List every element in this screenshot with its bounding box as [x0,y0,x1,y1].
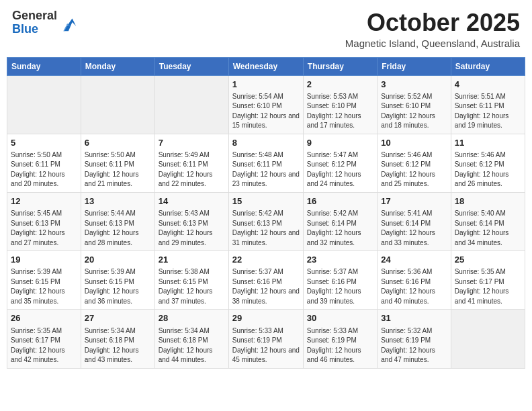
calendar-cell: 4Sunrise: 5:51 AM Sunset: 6:11 PM Daylig… [451,75,525,134]
calendar-cell: 6Sunrise: 5:50 AM Sunset: 6:11 PM Daylig… [81,134,154,192]
cell-text: Sunrise: 5:33 AM Sunset: 6:19 PM Dayligh… [232,326,300,365]
cell-text: Sunrise: 5:52 AM Sunset: 6:10 PM Dayligh… [381,92,447,131]
day-number: 18 [455,195,521,208]
calendar-cell: 27Sunrise: 5:34 AM Sunset: 6:18 PM Dayli… [81,310,154,368]
logo-general: General [12,9,57,22]
day-number: 3 [381,79,447,91]
cell-text: Sunrise: 5:46 AM Sunset: 6:12 PM Dayligh… [381,150,447,189]
cell-text: Sunrise: 5:34 AM Sunset: 6:18 PM Dayligh… [159,326,225,365]
cell-text: Sunrise: 5:47 AM Sunset: 6:12 PM Dayligh… [307,150,373,189]
calendar-cell: 12Sunrise: 5:45 AM Sunset: 6:13 PM Dayli… [7,192,81,250]
calendar-cell: 21Sunrise: 5:38 AM Sunset: 6:15 PM Dayli… [154,251,228,310]
cell-text: Sunrise: 5:38 AM Sunset: 6:15 PM Dayligh… [159,267,225,306]
day-number: 26 [11,312,77,324]
calendar-week-4: 19Sunrise: 5:39 AM Sunset: 6:15 PM Dayli… [7,251,525,310]
day-number: 6 [85,137,151,149]
calendar-cell: 10Sunrise: 5:46 AM Sunset: 6:12 PM Dayli… [378,134,451,192]
day-number: 28 [159,312,225,324]
col-header-sunday: Sunday [7,57,81,75]
day-number: 27 [85,312,151,324]
title-block: October 2025 Magnetic Island, Queensland… [345,9,520,49]
calendar-cell [154,75,228,134]
day-number: 4 [455,79,521,91]
day-number: 10 [381,137,447,149]
day-number: 30 [307,312,373,324]
day-number: 9 [307,137,373,149]
logo: General Blue [12,9,77,36]
cell-text: Sunrise: 5:37 AM Sunset: 6:16 PM Dayligh… [307,267,373,306]
col-header-thursday: Thursday [303,57,377,75]
calendar-cell: 20Sunrise: 5:39 AM Sunset: 6:15 PM Dayli… [81,251,154,310]
calendar-cell: 30Sunrise: 5:33 AM Sunset: 6:19 PM Dayli… [303,310,377,368]
cell-text: Sunrise: 5:42 AM Sunset: 6:14 PM Dayligh… [307,209,373,248]
calendar-cell: 3Sunrise: 5:52 AM Sunset: 6:10 PM Daylig… [378,75,451,134]
cell-text: Sunrise: 5:36 AM Sunset: 6:16 PM Dayligh… [381,267,447,306]
calendar-cell: 9Sunrise: 5:47 AM Sunset: 6:12 PM Daylig… [303,134,377,192]
calendar-week-5: 26Sunrise: 5:35 AM Sunset: 6:17 PM Dayli… [7,310,525,368]
calendar-cell: 5Sunrise: 5:50 AM Sunset: 6:11 PM Daylig… [7,134,81,192]
cell-text: Sunrise: 5:32 AM Sunset: 6:19 PM Dayligh… [381,326,447,365]
calendar-cell [451,310,525,368]
cell-text: Sunrise: 5:50 AM Sunset: 6:11 PM Dayligh… [11,150,77,189]
calendar-cell: 28Sunrise: 5:34 AM Sunset: 6:18 PM Dayli… [154,310,228,368]
day-number: 13 [85,195,151,208]
logo-blue: Blue [12,22,38,36]
cell-text: Sunrise: 5:53 AM Sunset: 6:10 PM Dayligh… [307,92,373,131]
day-number: 14 [159,195,225,208]
cell-text: Sunrise: 5:35 AM Sunset: 6:17 PM Dayligh… [455,267,521,306]
day-number: 12 [11,195,77,208]
day-number: 8 [232,137,300,149]
day-number: 11 [455,137,521,149]
calendar-cell: 29Sunrise: 5:33 AM Sunset: 6:19 PM Dayli… [228,310,303,368]
day-number: 15 [232,195,300,208]
cell-text: Sunrise: 5:45 AM Sunset: 6:13 PM Dayligh… [11,209,77,248]
cell-text: Sunrise: 5:39 AM Sunset: 6:15 PM Dayligh… [11,267,77,306]
cell-text: Sunrise: 5:35 AM Sunset: 6:17 PM Dayligh… [11,326,77,365]
calendar-week-1: 1Sunrise: 5:54 AM Sunset: 6:10 PM Daylig… [7,75,525,134]
cell-text: Sunrise: 5:44 AM Sunset: 6:13 PM Dayligh… [85,209,151,248]
day-number: 31 [381,312,447,324]
month-title: October 2025 [345,9,520,36]
calendar-cell: 26Sunrise: 5:35 AM Sunset: 6:17 PM Dayli… [7,310,81,368]
cell-text: Sunrise: 5:41 AM Sunset: 6:14 PM Dayligh… [381,209,447,248]
location-subtitle: Magnetic Island, Queensland, Australia [345,38,520,49]
calendar-table: SundayMondayTuesdayWednesdayThursdayFrid… [7,57,525,369]
cell-text: Sunrise: 5:40 AM Sunset: 6:14 PM Dayligh… [455,209,521,248]
page-header: General Blue October 2025 Magnetic Islan… [7,7,525,52]
calendar-cell: 1Sunrise: 5:54 AM Sunset: 6:10 PM Daylig… [228,75,303,134]
day-number: 2 [307,79,373,91]
calendar-cell: 2Sunrise: 5:53 AM Sunset: 6:10 PM Daylig… [303,75,377,134]
calendar-cell: 24Sunrise: 5:36 AM Sunset: 6:16 PM Dayli… [378,251,451,310]
calendar-cell: 14Sunrise: 5:43 AM Sunset: 6:13 PM Dayli… [154,192,228,250]
calendar-cell: 23Sunrise: 5:37 AM Sunset: 6:16 PM Dayli… [303,251,377,310]
cell-text: Sunrise: 5:42 AM Sunset: 6:13 PM Dayligh… [232,209,300,248]
cell-text: Sunrise: 5:54 AM Sunset: 6:10 PM Dayligh… [232,92,300,131]
calendar-cell: 25Sunrise: 5:35 AM Sunset: 6:17 PM Dayli… [451,251,525,310]
calendar-cell: 11Sunrise: 5:46 AM Sunset: 6:12 PM Dayli… [451,134,525,192]
col-header-saturday: Saturday [451,57,525,75]
cell-text: Sunrise: 5:33 AM Sunset: 6:19 PM Dayligh… [307,326,373,365]
col-header-friday: Friday [378,57,451,75]
cell-text: Sunrise: 5:49 AM Sunset: 6:11 PM Dayligh… [159,150,225,189]
day-number: 16 [307,195,373,208]
calendar-cell: 7Sunrise: 5:49 AM Sunset: 6:11 PM Daylig… [154,134,228,192]
cell-text: Sunrise: 5:48 AM Sunset: 6:11 PM Dayligh… [232,150,300,189]
calendar-header-row: SundayMondayTuesdayWednesdayThursdayFrid… [7,57,525,75]
day-number: 23 [307,254,373,266]
day-number: 21 [159,254,225,266]
col-header-monday: Monday [81,57,154,75]
cell-text: Sunrise: 5:51 AM Sunset: 6:11 PM Dayligh… [455,92,521,131]
cell-text: Sunrise: 5:39 AM Sunset: 6:15 PM Dayligh… [85,267,151,306]
calendar-cell: 15Sunrise: 5:42 AM Sunset: 6:13 PM Dayli… [228,192,303,250]
cell-text: Sunrise: 5:50 AM Sunset: 6:11 PM Dayligh… [85,150,151,189]
day-number: 20 [85,254,151,266]
day-number: 29 [232,312,300,324]
calendar-cell: 22Sunrise: 5:37 AM Sunset: 6:16 PM Dayli… [228,251,303,310]
calendar-cell: 16Sunrise: 5:42 AM Sunset: 6:14 PM Dayli… [303,192,377,250]
col-header-tuesday: Tuesday [154,57,228,75]
calendar-cell: 17Sunrise: 5:41 AM Sunset: 6:14 PM Dayli… [378,192,451,250]
day-number: 25 [455,254,521,266]
day-number: 24 [381,254,447,266]
col-header-wednesday: Wednesday [228,57,303,75]
day-number: 19 [11,254,77,266]
